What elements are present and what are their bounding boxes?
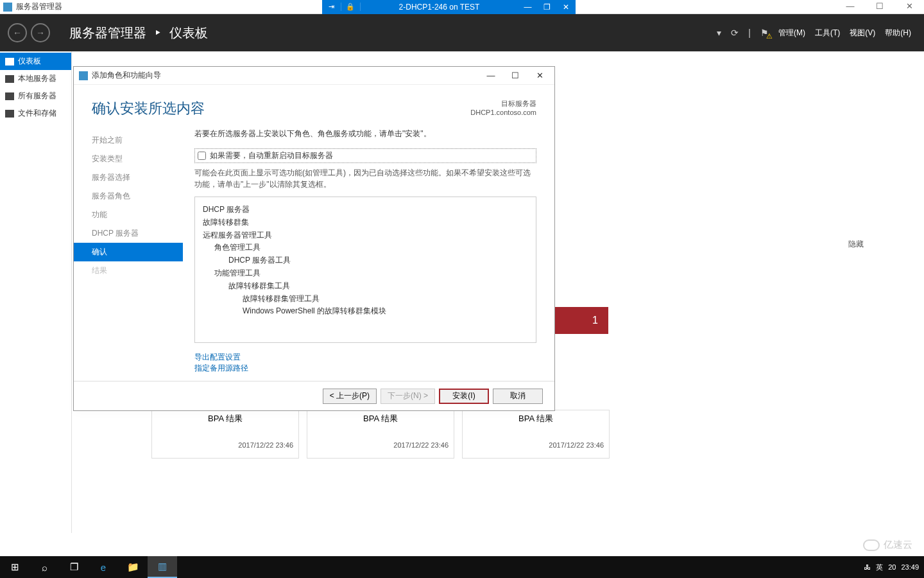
dashboard-icon <box>5 58 14 66</box>
breadcrumb-root: 服务器管理器 <box>69 24 146 42</box>
explorer-button[interactable]: 📁 <box>118 556 148 578</box>
network-icon[interactable]: 🖧 <box>864 563 871 571</box>
nav-back-button[interactable]: ← <box>8 23 27 42</box>
step-dhcp[interactable]: DHCP 服务器 <box>74 224 183 243</box>
vm-pin-icon[interactable]: ⇥ <box>322 3 341 11</box>
vm-lock-icon[interactable]: 🔒 <box>341 3 361 11</box>
step-install-type[interactable]: 安装类型 <box>74 150 183 168</box>
clock-time: 23:49 <box>901 563 919 571</box>
features-list-box[interactable]: DHCP 服务器 故障转移群集 远程服务器管理工具 角色管理工具 DHCP 服务… <box>194 197 536 343</box>
wizard-steps: 开始之前 安装类型 服务器选择 服务器角色 功能 DHCP 服务器 确认 结果 <box>74 127 183 381</box>
vm-minimize-button[interactable]: — <box>518 3 537 12</box>
step-before[interactable]: 开始之前 <box>74 131 183 150</box>
auto-restart-checkbox[interactable] <box>198 152 206 160</box>
alt-source-link[interactable]: 指定备用源路径 <box>194 363 536 374</box>
dropdown-icon[interactable]: ▾ <box>717 28 721 38</box>
taskbar: ⊞ ⌕ ❐ e 📁 ▥ 🖧 英 20 23:49 <box>0 556 924 578</box>
refresh-icon[interactable]: ⟳ <box>731 28 739 38</box>
bpa-tile-2[interactable]: BPA 结果 2017/12/22 23:46 <box>307 410 454 459</box>
outer-close-button[interactable]: ✕ <box>894 0 924 14</box>
feature-failover-tools: 故障转移群集工具 <box>203 280 528 293</box>
vm-titlebar: 服务器管理器 ⇥ 🔒 2-DHCP1-246 on TEST — ❐ ✕ — ☐… <box>0 0 924 14</box>
task-view-button[interactable]: ❐ <box>59 556 89 578</box>
bpa-label: BPA 结果 <box>152 410 298 425</box>
vm-close-button[interactable]: ✕ <box>556 3 576 12</box>
menu-view[interactable]: 视图(V) <box>850 28 875 39</box>
wizard-target: 目标服务器 DHCP1.contoso.com <box>470 99 536 118</box>
wizard-footer: < 上一步(P) 下一步(N) > 安装(I) 取消 <box>74 381 554 410</box>
all-servers-icon <box>5 92 14 100</box>
ie-button[interactable]: e <box>89 556 118 578</box>
breadcrumb-separator: ‣ <box>154 25 162 40</box>
auto-restart-checkbox-row[interactable]: 如果需要，自动重新启动目标服务器 <box>194 148 536 163</box>
breadcrumb-current: 仪表板 <box>169 24 208 42</box>
wizard-title: 添加角色和功能向导 <box>92 70 479 81</box>
next-button: 下一步(N) > <box>381 389 435 404</box>
nav-local-label: 本地服务器 <box>18 73 56 84</box>
local-server-icon <box>5 75 14 83</box>
watermark-icon <box>863 539 880 551</box>
feature-feature-admin-tools: 功能管理工具 <box>203 267 528 280</box>
nav-file-storage[interactable]: 文件和存储 <box>0 105 71 122</box>
menu-manage[interactable]: 管理(M) <box>778 28 805 39</box>
wizard-maximize-button[interactable]: ☐ <box>503 71 527 80</box>
left-nav: 仪表板 本地服务器 所有服务器 文件和存储 <box>0 51 72 533</box>
server-manager-header: ← → 服务器管理器 ‣ 仪表板 ▾ ⟳ | ⚑ 管理(M) 工具(T) 视图(… <box>0 14 924 51</box>
feature-dhcp-server: DHCP 服务器 <box>203 204 528 216</box>
vm-connection-title: 2-DHCP1-246 on TEST <box>361 3 518 12</box>
nav-all-label: 所有服务器 <box>18 91 56 101</box>
server-manager-icon <box>3 3 12 12</box>
outer-maximize-button[interactable]: ☐ <box>865 0 894 14</box>
system-tray: 🖧 英 20 23:49 <box>864 563 924 572</box>
step-server-roles[interactable]: 服务器角色 <box>74 187 183 206</box>
cancel-button[interactable]: 取消 <box>493 389 543 404</box>
wizard-content: 若要在所选服务器上安装以下角色、角色服务或功能，请单击"安装"。 如果需要，自动… <box>183 127 554 381</box>
bpa-timestamp: 2017/12/22 23:46 <box>307 425 454 451</box>
start-button[interactable]: ⊞ <box>0 556 30 578</box>
menu-help[interactable]: 帮助(H) <box>885 28 911 39</box>
menu-tools[interactable]: 工具(T) <box>815 28 840 39</box>
prev-button[interactable]: < 上一步(P) <box>323 389 377 404</box>
wizard-titlebar[interactable]: 添加角色和功能向导 — ☐ ✕ <box>74 67 554 85</box>
step-features[interactable]: 功能 <box>74 206 183 224</box>
feature-rsat: 远程服务器管理工具 <box>203 229 528 242</box>
server-manager-taskbar-button[interactable]: ▥ <box>148 556 177 578</box>
alert-badge[interactable]: 1 <box>554 307 608 334</box>
ime-indicator[interactable]: 英 <box>876 563 883 572</box>
bpa-tile-1[interactable]: BPA 结果 2017/12/22 23:46 <box>151 410 299 459</box>
feature-dhcp-tools: DHCP 服务器工具 <box>203 254 528 267</box>
outer-minimize-button[interactable]: — <box>835 0 865 14</box>
step-result: 结果 <box>74 261 183 280</box>
vm-restore-button[interactable]: ❐ <box>537 3 556 12</box>
notifications-flag-icon[interactable]: ⚑ <box>760 28 769 38</box>
nav-all-servers[interactable]: 所有服务器 <box>0 87 71 105</box>
add-roles-wizard: 添加角色和功能向导 — ☐ ✕ 确认安装所选内容 目标服务器 DHCP1.con… <box>73 66 555 411</box>
feature-powershell-module: Windows PowerShell 的故障转移群集模块 <box>203 305 528 318</box>
step-confirm[interactable]: 确认 <box>74 243 183 261</box>
nav-files-label: 文件和存储 <box>18 108 56 119</box>
step-server-select[interactable]: 服务器选择 <box>74 168 183 187</box>
nav-forward-button[interactable]: → <box>31 23 50 42</box>
vm-center-controls: ⇥ 🔒 2-DHCP1-246 on TEST — ❐ ✕ <box>322 0 576 14</box>
bpa-tile-3[interactable]: BPA 结果 2017/12/22 23:46 <box>462 410 610 459</box>
nav-local-server[interactable]: 本地服务器 <box>0 70 71 87</box>
export-config-link[interactable]: 导出配置设置 <box>194 352 536 363</box>
separator-icon: | <box>748 28 751 38</box>
wizard-intro: 若要在所选服务器上安装以下角色、角色服务或功能，请单击"安装"。 <box>194 128 536 139</box>
search-button[interactable]: ⌕ <box>30 556 59 578</box>
clock[interactable]: 23:49 <box>901 563 919 571</box>
bpa-timestamp: 2017/12/22 23:46 <box>463 425 609 451</box>
wizard-close-button[interactable]: ✕ <box>527 71 552 80</box>
bpa-timestamp: 2017/12/22 23:46 <box>152 425 298 451</box>
nav-dashboard[interactable]: 仪表板 <box>0 53 71 70</box>
wizard-minimize-button[interactable]: — <box>479 71 503 80</box>
watermark: 亿速云 <box>863 539 912 551</box>
nav-dashboard-label: 仪表板 <box>18 56 41 67</box>
wizard-icon <box>79 71 88 80</box>
hide-link[interactable]: 隐藏 <box>848 239 864 250</box>
target-server: DHCP1.contoso.com <box>470 109 536 116</box>
install-button[interactable]: 安装(I) <box>439 389 489 404</box>
vm-app-title: 服务器管理器 <box>16 1 62 12</box>
some-indicator[interactable]: 20 <box>888 563 896 571</box>
watermark-text: 亿速云 <box>884 539 912 551</box>
